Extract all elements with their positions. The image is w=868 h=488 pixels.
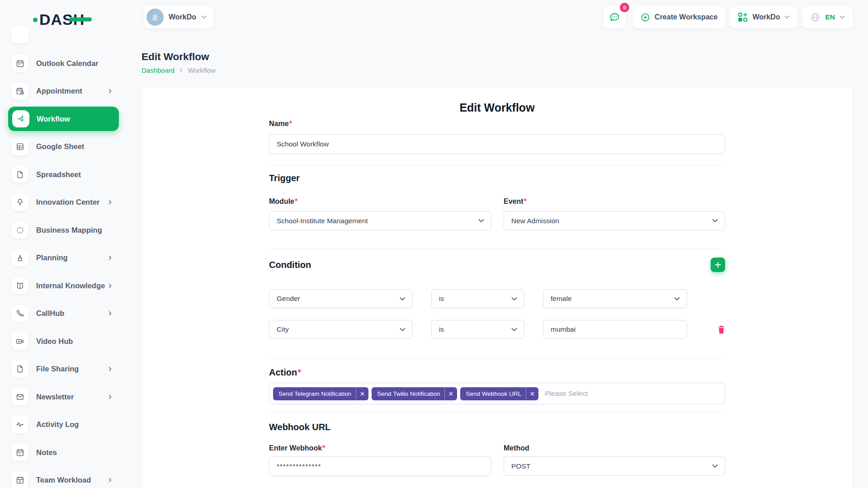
remove-tag-button[interactable] bbox=[356, 387, 368, 400]
sidebar-list: Outlook Calendar Appointment Workflow Go… bbox=[0, 55, 138, 488]
workspace-name: WorkDo bbox=[169, 13, 196, 21]
sidebar-item-team-workload[interactable]: Team Workload bbox=[11, 472, 138, 488]
breadcrumb-dashboard-link[interactable]: Dashboard bbox=[142, 66, 175, 74]
condition-row: Gender is female bbox=[269, 289, 725, 308]
create-workspace-button[interactable]: Create Workspace bbox=[632, 6, 726, 28]
webhook-fields: Enter Webhook* Method POST bbox=[269, 444, 725, 476]
action-multiselect[interactable]: Send Telegram Notification Send Twilio N… bbox=[269, 383, 725, 404]
main-content: Edit Workflow Dashboard Workflow Edit Wo… bbox=[138, 35, 868, 488]
condition-field-select[interactable]: Gender bbox=[269, 289, 413, 308]
chevron-down-icon bbox=[400, 297, 406, 301]
sidebar-item-outlook-calendar[interactable]: Outlook Calendar bbox=[11, 55, 138, 72]
sidebar: Outlook Calendar Appointment Workflow Go… bbox=[0, 35, 138, 488]
apps-menu-button[interactable]: WorkDo bbox=[730, 6, 798, 28]
sidebar-item-file-sharing[interactable]: File Sharing bbox=[11, 361, 138, 378]
sidebar-item-notes[interactable]: Notes bbox=[11, 444, 138, 461]
condition-rows: Gender is female bbox=[269, 289, 725, 339]
chat-bubble-icon bbox=[609, 11, 621, 23]
condition-field-select[interactable]: City bbox=[269, 320, 413, 339]
method-select-value: POST bbox=[511, 462, 530, 470]
pulse-icon bbox=[11, 416, 28, 433]
sidebar-item-activity-log[interactable]: Activity Log bbox=[11, 416, 138, 433]
sidebar-item-label: Team Workload bbox=[36, 476, 91, 484]
name-input[interactable] bbox=[269, 134, 725, 154]
sidebar-item-label: Planning bbox=[36, 253, 68, 262]
mail-icon bbox=[11, 388, 28, 405]
action-placeholder: Please Select bbox=[545, 389, 588, 398]
plus-circle-icon bbox=[641, 13, 650, 22]
condition-operator-select[interactable]: is bbox=[431, 289, 524, 308]
sidebar-item-label: Appointment bbox=[36, 87, 82, 95]
sidebar-item-label: Newsletter bbox=[36, 393, 74, 401]
sidebar-item-label: Google Sheet bbox=[36, 142, 84, 151]
language-selector[interactable]: EN bbox=[802, 6, 853, 28]
sidebar-item-label: Video Hub bbox=[36, 337, 73, 346]
chevron-down-icon bbox=[511, 297, 517, 301]
sidebar-item-video-hub[interactable]: Video Hub bbox=[11, 333, 138, 350]
chevron-down-icon bbox=[201, 15, 207, 19]
sidebar-item-label: Notes bbox=[36, 448, 57, 457]
calendar-check-icon bbox=[11, 472, 28, 488]
sidebar-item-appointment[interactable]: Appointment bbox=[11, 83, 138, 100]
sidebar-item-business-mapping[interactable]: Business Mapping bbox=[11, 221, 138, 239]
chevron-down-icon bbox=[840, 15, 845, 19]
sidebar-item-workflow[interactable]: Workflow bbox=[8, 107, 119, 131]
condition-operator-select[interactable]: is bbox=[431, 320, 524, 339]
trigger-heading: Trigger bbox=[269, 173, 725, 183]
sidebar-item-label: Activity Log bbox=[36, 420, 79, 429]
sidebar-item-internal-knowledge[interactable]: Internal Knowledge bbox=[11, 277, 138, 294]
app-logo[interactable]: DASH bbox=[33, 11, 85, 28]
section-divider bbox=[269, 358, 725, 358]
action-tags: Send Telegram Notification Send Twilio N… bbox=[273, 387, 538, 400]
calendar-icon bbox=[11, 55, 28, 72]
remove-tag-button[interactable] bbox=[526, 387, 538, 400]
add-condition-button[interactable] bbox=[711, 258, 725, 272]
event-select[interactable]: New Admission bbox=[504, 211, 725, 230]
chevron-down-icon bbox=[478, 219, 484, 223]
logo-dash-icon bbox=[69, 18, 92, 22]
chevron-down-icon bbox=[674, 297, 680, 301]
required-marker: * bbox=[322, 444, 325, 452]
sidebar-item-innovation-center[interactable]: Innovation Center bbox=[11, 194, 138, 211]
action-tag: Send Telegram Notification bbox=[273, 387, 368, 400]
chevron-down-icon bbox=[712, 464, 718, 468]
chevron-right-icon bbox=[108, 394, 113, 399]
sidebar-item-label: Workflow bbox=[37, 115, 70, 123]
webhook-heading: Webhook URL bbox=[269, 422, 725, 432]
module-select-value: School-Institute Management bbox=[277, 217, 368, 225]
chevron-down-icon bbox=[784, 15, 790, 19]
section-divider bbox=[269, 412, 725, 412]
workspace-switcher[interactable]: WorkDo bbox=[144, 6, 214, 28]
section-divider bbox=[269, 165, 725, 166]
sidebar-item-label: File Sharing bbox=[36, 365, 79, 373]
globe-icon bbox=[810, 12, 821, 23]
sidebar-item-spreadsheet[interactable]: Spreadsheet bbox=[11, 166, 138, 183]
required-marker: * bbox=[297, 367, 301, 377]
module-select[interactable]: School-Institute Management bbox=[269, 211, 491, 230]
webhook-url-input[interactable] bbox=[269, 456, 491, 476]
phone-icon bbox=[11, 305, 28, 322]
close-icon bbox=[360, 392, 364, 396]
workspace-avatar bbox=[146, 9, 164, 26]
notification-badge: 0 bbox=[620, 3, 629, 12]
name-label: Name* bbox=[269, 120, 725, 128]
condition-value-input[interactable] bbox=[543, 320, 687, 339]
sidebar-item-newsletter[interactable]: Newsletter bbox=[11, 388, 138, 405]
trash-icon bbox=[717, 325, 725, 334]
condition-value-select[interactable]: female bbox=[543, 289, 687, 308]
create-workspace-label: Create Workspace bbox=[655, 13, 717, 21]
sidebar-item-label: CallHub bbox=[36, 309, 64, 318]
delete-condition-button[interactable] bbox=[717, 325, 725, 334]
remove-tag-button[interactable] bbox=[444, 387, 457, 400]
sidebar-item-planning[interactable]: Planning bbox=[11, 249, 138, 267]
enter-webhook-label: Enter Webhook* bbox=[269, 444, 491, 452]
file-icon bbox=[11, 166, 28, 183]
method-select[interactable]: POST bbox=[504, 456, 725, 476]
sidebar-item-google-sheet[interactable]: Google Sheet bbox=[11, 138, 138, 155]
sidebar-item-callhub[interactable]: CallHub bbox=[11, 305, 138, 322]
messages-button[interactable]: 0 bbox=[603, 6, 626, 28]
topbar-actions: 0 Create Workspace WorkDo EN bbox=[603, 6, 853, 28]
sidebar-item-label: Business Mapping bbox=[36, 226, 102, 235]
chevron-right-icon bbox=[108, 283, 113, 288]
sidebar-item-label: Internal Knowledge bbox=[36, 282, 105, 290]
